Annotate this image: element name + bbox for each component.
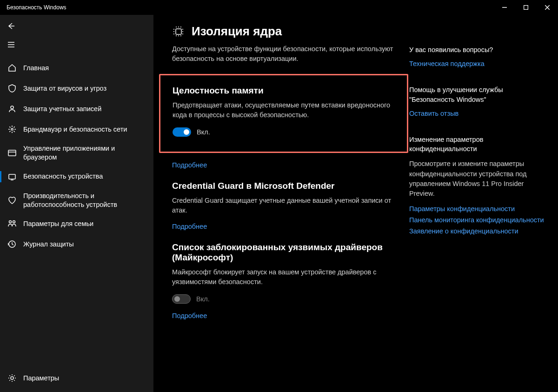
memory-learn-more-link[interactable]: Подробнее [172,161,395,169]
driver-blocklist-title: Список заблокированных уязвимых драйверо… [172,242,395,263]
sidebar-item-label: Брандмауэр и безопасность сети [23,125,127,134]
sidebar-item-label: Журнал защиты [23,240,74,249]
account-icon [7,104,17,113]
firewall-icon [7,125,17,134]
svg-rect-11 [9,174,15,179]
sidebar-item-device-security[interactable]: Безопасность устройства [0,166,153,187]
gear-icon [7,373,17,383]
sidebar: Главная Защита от вирусов и угроз Защита… [0,15,153,392]
family-icon [7,219,17,228]
toggle-label: Вкл. [197,128,210,136]
sidebar-item-app-control[interactable]: Управление приложениями и браузером [0,140,153,166]
toggle-label: Вкл. [196,295,210,303]
side-heading-questions: У вас появились вопросы? [409,45,544,54]
titlebar: Безопасность Windows [0,0,558,15]
shield-icon [7,84,17,93]
privacy-dashboard-link[interactable]: Панель мониторинга конфиденциальности [409,216,544,224]
sidebar-item-firewall[interactable]: Брандмауэр и безопасность сети [0,119,153,140]
sidebar-item-label: Безопасность устройства [23,172,103,181]
sidebar-item-label: Защита учетных записей [23,105,101,113]
maximize-button[interactable] [515,0,537,15]
credential-guard-title: Credential Guard в Microsoft Defender [172,181,395,191]
memory-integrity-title: Целостность памяти [173,86,395,96]
content-side: У вас появились вопросы? Техническая под… [409,24,544,392]
svg-rect-1 [524,6,528,10]
svg-rect-17 [176,29,181,34]
page-description: Доступные на устройстве функции безопасн… [172,44,395,64]
memory-integrity-toggle[interactable] [173,127,191,137]
svg-point-14 [13,221,15,223]
svg-point-8 [11,128,13,130]
memory-integrity-desc: Предотвращает атаки, осуществляемые путе… [173,100,395,120]
sidebar-item-family[interactable]: Параметры для семьи [0,213,153,234]
driver-blocklist-toggle[interactable] [172,294,191,304]
privacy-desc: Просмотрите и измените параметры конфиде… [409,159,544,198]
close-button[interactable] [537,0,558,15]
sidebar-item-label: Защита от вирусов и угроз [23,84,106,93]
sidebar-item-performance[interactable]: Производительность и работоспособность у… [0,187,153,214]
history-icon [7,239,17,249]
credential-learn-more-link[interactable]: Подробнее [172,223,395,230]
home-icon [7,63,17,73]
svg-rect-9 [8,150,16,156]
window-controls [494,0,558,15]
credential-guard-desc: Credential Guard защищает учетные данные… [172,196,395,215]
health-icon [7,196,17,205]
content-main: Изоляция ядра Доступные на устройстве фу… [172,24,409,392]
privacy-settings-link[interactable]: Параметры конфиденциальности [409,205,544,213]
core-isolation-icon [172,25,185,38]
sidebar-item-home[interactable]: Главная [0,58,153,78]
sidebar-item-account[interactable]: Защита учетных записей [0,99,153,119]
svg-point-7 [11,106,13,109]
back-button[interactable] [0,17,153,35]
support-link[interactable]: Техническая поддержка [409,60,544,67]
app-browser-icon [7,148,17,158]
sidebar-item-label: Параметры [23,374,59,383]
sidebar-item-history[interactable]: Журнал защиты [0,234,153,254]
menu-button[interactable] [0,35,153,54]
driver-blocklist-desc: Майкрософт блокирует запуск на вашем уст… [172,267,395,287]
side-heading-improve: Помощь в улучшении службы "Безопасность … [409,85,544,104]
svg-point-13 [9,221,12,223]
sidebar-item-settings[interactable]: Параметры [0,368,153,388]
sidebar-item-label: Управление приложениями и браузером [23,144,146,162]
privacy-statement-link[interactable]: Заявление о конфиденциальности [409,227,544,235]
svg-point-16 [11,377,13,379]
window-title: Безопасность Windows [7,4,66,11]
sidebar-item-label: Главная [23,64,49,73]
sidebar-item-label: Параметры для семьи [23,219,93,228]
feedback-link[interactable]: Оставить отзыв [409,110,544,117]
sidebar-item-label: Производительность и работоспособность у… [23,192,146,209]
page-title: Изоляция ядра [192,24,282,39]
minimize-button[interactable] [494,0,515,15]
sidebar-item-virus[interactable]: Защита от вирусов и угроз [0,78,153,99]
side-heading-privacy: Изменение параметров конфиденциальности [409,135,544,154]
blocklist-learn-more-link[interactable]: Подробнее [172,312,395,319]
memory-integrity-highlight: Целостность памяти Предотвращает атаки, … [159,74,408,153]
device-security-icon [7,172,17,181]
